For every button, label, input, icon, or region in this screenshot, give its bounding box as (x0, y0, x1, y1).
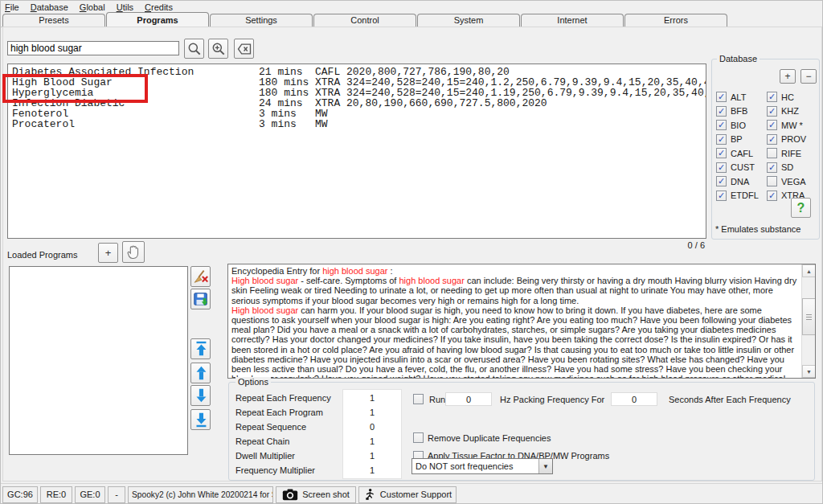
tab-errors[interactable]: Errors (624, 14, 727, 27)
db-xtra-checkbox[interactable]: ✓ (767, 191, 777, 201)
menu-global[interactable]: Global (80, 2, 105, 12)
search-input[interactable] (7, 41, 179, 55)
db-vega-label: VEGA (781, 177, 806, 186)
search-button[interactable] (184, 39, 204, 59)
customer-support-button[interactable]: Customer Support (358, 486, 457, 503)
db-bp-label: BP (731, 134, 743, 144)
loaded-programs-list[interactable] (9, 266, 188, 455)
db-cust[interactable]: ✓CUST (716, 161, 759, 175)
tab-system[interactable]: System (417, 14, 520, 27)
tab-control[interactable]: Control (313, 14, 416, 27)
move-top-button[interactable] (190, 338, 211, 359)
database-add-button[interactable]: + (780, 69, 796, 84)
db-bfb[interactable]: ✓BFB (716, 104, 759, 119)
move-down-button[interactable] (190, 385, 211, 406)
tab-presets[interactable]: Presets (2, 14, 105, 27)
program-row[interactable]: Procaterol3 minsMW (8, 119, 706, 129)
program-results-list[interactable]: Diabetes Associated Infection21 minsCAFL… (7, 64, 706, 239)
option-value[interactable]: 1 (342, 436, 402, 446)
db-alt-checkbox[interactable]: ✓ (716, 92, 727, 102)
chevron-down-icon[interactable]: ▼ (538, 459, 552, 473)
loaded-programs-label: Loaded Programs (7, 250, 77, 260)
db-mw[interactable]: ✓MW * (767, 118, 806, 133)
option-value[interactable]: 1 (342, 393, 402, 403)
option-value[interactable]: 1 (342, 465, 402, 475)
program-row[interactable]: Infection Diabetic24 minsXTRA 20,80,190,… (8, 98, 706, 109)
flag-remove-label: Remove Duplicate Frequencies (428, 433, 551, 443)
db-etdfl-checkbox[interactable]: ✓ (716, 191, 727, 201)
clear-search-button[interactable] (234, 39, 254, 59)
encyclopedia-scrollbar[interactable]: ▲ ▼ (801, 264, 815, 378)
menu-credits[interactable]: Credits (145, 2, 173, 12)
db-khz-checkbox[interactable]: ✓ (767, 106, 777, 117)
scroll-down-icon[interactable]: ▼ (802, 365, 816, 378)
scroll-up-icon[interactable]: ▲ (802, 264, 816, 277)
db-rife[interactable]: RIFE (767, 146, 806, 161)
program-row[interactable]: Fenoterol3 minsMW (8, 109, 706, 119)
db-bio-checkbox[interactable]: ✓ (716, 120, 727, 130)
db-cust-checkbox[interactable]: ✓ (716, 162, 727, 173)
program-row[interactable]: Hyperglycemia180 minsXTRA 324=240,528=24… (8, 88, 706, 98)
db-bio[interactable]: ✓BIO (716, 118, 759, 133)
db-bp[interactable]: ✓BP (716, 133, 759, 147)
db-vega-checkbox[interactable] (767, 176, 777, 186)
selection-counter: 0 / 6 (673, 240, 705, 250)
db-rife-checkbox[interactable] (767, 148, 777, 158)
db-alt[interactable]: ✓ALT (716, 90, 759, 104)
database-help-button[interactable]: ? (791, 198, 811, 218)
db-cafl[interactable]: ✓CAFL (716, 146, 759, 161)
prog-name: High Blood Sugar (8, 77, 259, 88)
move-up-button[interactable] (190, 363, 211, 383)
screenshot-button[interactable]: Screen shot (276, 486, 356, 503)
db-vega[interactable]: VEGA (767, 174, 806, 189)
db-khz[interactable]: ✓KHZ (767, 104, 806, 119)
flag-remove-checkbox[interactable] (413, 432, 424, 443)
tab-programs[interactable]: Programs (106, 12, 209, 27)
prog-freq: XTRA 324=240,528=240,15=240,1.19,250,6.7… (315, 88, 706, 98)
save-loaded-button[interactable] (190, 289, 211, 309)
packing-frequency-input[interactable]: 0 (445, 392, 492, 406)
menu-utils[interactable]: Utils (117, 2, 133, 12)
db-hc-checkbox[interactable]: ✓ (767, 92, 777, 102)
clear-loaded-button[interactable] (190, 266, 211, 287)
option-value[interactable]: 1 (342, 408, 402, 417)
packing-seconds-input[interactable]: 0 (611, 392, 657, 406)
tab-strip: PresetsProgramsSettingsControlSystemInte… (2, 12, 728, 27)
program-row[interactable]: Diabetes Associated Infection21 minsCAFL… (8, 67, 706, 77)
menu-file[interactable]: File (5, 2, 19, 12)
db-cafl-checkbox[interactable]: ✓ (716, 148, 727, 158)
database-remove-button[interactable]: − (800, 69, 817, 84)
encyclopedia-paragraph: High blood sugar - self-care. Symptoms o… (231, 276, 798, 305)
db-sd-checkbox[interactable]: ✓ (767, 162, 777, 173)
tab-settings[interactable]: Settings (210, 14, 313, 27)
db-prov[interactable]: ✓PROV (767, 133, 806, 147)
program-row[interactable]: High Blood Sugar180 minsXTRA 324=240,528… (8, 77, 706, 88)
flag-remove[interactable]: Remove Duplicate Frequencies (413, 431, 609, 445)
db-dna-checkbox[interactable]: ✓ (716, 176, 727, 186)
db-dna[interactable]: ✓DNA (716, 174, 759, 189)
move-bottom-button[interactable] (190, 409, 211, 430)
advanced-search-button[interactable] (208, 39, 228, 59)
menu-database[interactable]: Database (31, 2, 68, 12)
run-checkbox[interactable] (413, 394, 424, 404)
option-value[interactable]: 1 (342, 451, 402, 461)
prog-name: Diabetes Associated Infection (8, 67, 259, 77)
prog-dur: 21 mins (259, 67, 315, 77)
database-panel: Database + − ✓ALT✓BFB✓BIO✓BP✓CAFL✓CUST✓D… (711, 59, 820, 240)
db-hc[interactable]: ✓HC (767, 90, 806, 104)
db-mw-checkbox[interactable]: ✓ (767, 120, 777, 130)
db-etdfl[interactable]: ✓ETDFL (716, 189, 759, 203)
db-sd[interactable]: ✓SD (767, 161, 806, 175)
option-value[interactable]: 0 (342, 422, 402, 432)
sort-frequencies-dropdown[interactable]: Do NOT sort frequencies ▼ (412, 458, 553, 474)
scrollbar-thumb[interactable] (802, 298, 816, 335)
prog-name: Hyperglycemia (8, 88, 259, 98)
db-bfb-checkbox[interactable]: ✓ (716, 106, 727, 117)
stop-hand-button[interactable] (122, 241, 145, 263)
tab-internet[interactable]: Internet (521, 14, 624, 27)
db-prov-checkbox[interactable]: ✓ (767, 134, 777, 145)
add-program-button[interactable]: + (98, 243, 118, 263)
db-bp-checkbox[interactable]: ✓ (716, 134, 727, 145)
db-cust-label: CUST (731, 162, 755, 172)
db-rife-label: RIFE (781, 149, 801, 158)
